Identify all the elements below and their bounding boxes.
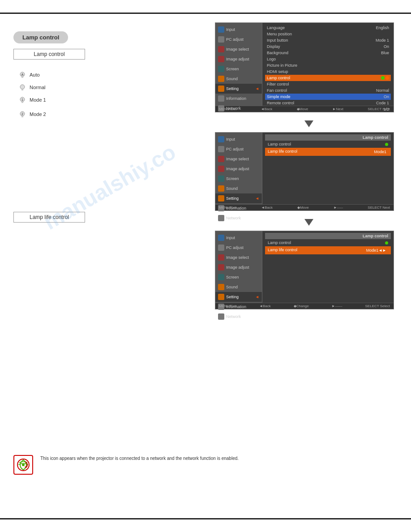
svg-marker-12 bbox=[304, 219, 313, 226]
sc1-row-fancontrol: Fan control Normal bbox=[265, 87, 391, 94]
sc2-menu-input: Input bbox=[215, 134, 262, 144]
sc2-menu-imageselect: Image select bbox=[215, 154, 262, 164]
sc3-menu-network: Network bbox=[215, 312, 262, 322]
sc3-dot-green bbox=[385, 241, 388, 245]
sc2-setting-icon bbox=[218, 195, 224, 202]
sc1-row-inputbutton: Input button Mode 1 bbox=[265, 37, 391, 43]
dot-green-sc1 bbox=[381, 76, 385, 80]
screenshot-2-inner: Input PC adjust Image select Image adjus… bbox=[215, 133, 394, 204]
sc1-row-logo: Logo bbox=[265, 56, 391, 62]
svg-rect-6 bbox=[21, 102, 23, 103]
svg-text:2: 2 bbox=[21, 112, 23, 116]
sc1-menu-pcadjust: PC adjust bbox=[215, 34, 262, 44]
sc1-pcadjust-icon bbox=[218, 36, 224, 43]
sc2-setting-arrow: ◄ bbox=[255, 196, 259, 201]
lamp-mode2-label: Mode 2 bbox=[30, 112, 46, 117]
lamp-control-mode-box: Lamp control bbox=[13, 49, 85, 60]
sc3-menu-input: Input bbox=[215, 233, 262, 243]
sc3-network-icon bbox=[218, 313, 224, 320]
sc1-row-language: Language English bbox=[265, 25, 391, 31]
sc2-menu-sound: Sound bbox=[215, 184, 262, 193]
sc3-menu-screen: Screen bbox=[215, 272, 262, 282]
sc1-row-hdmi: HDMI setup bbox=[265, 69, 391, 75]
sc2-input-icon bbox=[218, 136, 224, 142]
sc3-imageadjust-icon bbox=[218, 264, 224, 270]
sc1-menu-imageadjust: Image adjust bbox=[215, 54, 262, 64]
sc2-content: Lamp control Lamp control Lamp life cont… bbox=[262, 133, 394, 204]
svg-marker-11 bbox=[304, 120, 313, 127]
left-column: Lamp control Lamp control A Auto Normal bbox=[13, 31, 125, 226]
sc3-lamplife-row: Lamp life control Mode1◄► bbox=[265, 246, 391, 254]
top-border bbox=[0, 13, 411, 14]
sc1-menu-screen: Screen bbox=[215, 64, 262, 74]
svg-text:A: A bbox=[21, 73, 24, 76]
sc1-menu-sound: Sound bbox=[215, 74, 262, 84]
sc2-imageadjust-icon bbox=[218, 166, 224, 172]
screenshot-1: Input PC adjust Image select Image adjus… bbox=[215, 22, 394, 112]
bottom-section: This icon appears when the projector is … bbox=[13, 450, 407, 478]
screenshot-2: Input PC adjust Image select Image adjus… bbox=[215, 132, 394, 211]
lamp-control-pill: Lamp control bbox=[13, 31, 68, 43]
sc1-row-menuposition: Menu position bbox=[265, 31, 391, 37]
sc3-mode1c-val: Mode1◄► bbox=[364, 248, 388, 253]
lamp-normal-label: Normal bbox=[30, 85, 45, 90]
sc2-menu-pcadjust: PC adjust bbox=[215, 144, 262, 154]
sc1-setting-arrow: ◄ bbox=[255, 86, 259, 91]
sc1-row-background: Background Blue bbox=[265, 50, 391, 56]
sc1-row-lampcontrol: Lamp control bbox=[265, 75, 391, 81]
sc2-dot-green bbox=[385, 143, 388, 146]
sc1-content: Language English Menu position Input but… bbox=[262, 23, 394, 106]
bottom-description: This icon appears when the projector is … bbox=[40, 455, 239, 462]
lamp-life-box: Lamp life control bbox=[13, 212, 85, 223]
sc2-menu-network: Network bbox=[215, 213, 262, 223]
sc3-menu: Input PC adjust Image select Image adjus… bbox=[215, 231, 262, 303]
svg-rect-1 bbox=[21, 77, 23, 78]
sc1-screen-icon bbox=[218, 66, 224, 72]
sc3-menu-imageselect: Image select bbox=[215, 253, 262, 262]
sc1-row-filtercontrol: Filter control bbox=[265, 81, 391, 87]
sc3-panel-header: Lamp control bbox=[265, 233, 391, 239]
screenshot-1-inner: Input PC adjust Image select Image adjus… bbox=[215, 23, 394, 106]
lamp-icon-mode1: 1 Mode 1 bbox=[18, 95, 125, 104]
sc2-imageselect-icon bbox=[218, 156, 224, 162]
lamp-auto-icon: A bbox=[18, 70, 27, 79]
sc1-row-pip: Picture in Picture bbox=[265, 62, 391, 69]
sc1-imageselect-icon bbox=[218, 46, 224, 52]
dot-orange-sc1 bbox=[385, 76, 389, 80]
sc3-sound-icon bbox=[218, 284, 224, 290]
arrow-down-1 bbox=[215, 116, 403, 129]
sc1-menu: Input PC adjust Image select Image adjus… bbox=[215, 23, 262, 106]
sc3-imageselect-icon bbox=[218, 254, 224, 261]
lamp-auto-label: Auto bbox=[30, 72, 40, 77]
sc1-menu-setting: Setting ◄ bbox=[215, 84, 262, 94]
sc2-pcadjust-icon bbox=[218, 146, 224, 152]
sc2-lampcontrol-row: Lamp control bbox=[265, 141, 391, 148]
sc1-row-simplemode: Simple mode On bbox=[265, 94, 391, 100]
sc3-content: Lamp control Lamp control Lamp life cont… bbox=[262, 231, 394, 303]
sc3-setting-icon bbox=[218, 294, 224, 300]
sc1-sound-icon bbox=[218, 76, 224, 82]
sc3-setting-arrow: ◄ bbox=[255, 295, 259, 299]
sc1-row-display: Display On bbox=[265, 43, 391, 50]
sc2-menu-screen: Screen bbox=[215, 174, 262, 184]
sc2-sound-icon bbox=[218, 185, 224, 192]
sc3-menu-pcadjust: PC adjust bbox=[215, 243, 262, 253]
sc2-panel-header: Lamp control bbox=[265, 134, 391, 141]
lamp-normal-icon bbox=[18, 83, 27, 92]
lamp-mode2-icon: 2 bbox=[18, 110, 27, 119]
sc3-menu-setting: Setting ◄ bbox=[215, 292, 262, 302]
svg-point-14 bbox=[22, 463, 25, 466]
sc2-menu-setting: Setting ◄ bbox=[215, 193, 262, 203]
network-icon bbox=[17, 458, 30, 472]
sc2-screen-icon bbox=[218, 176, 224, 182]
svg-rect-9 bbox=[21, 116, 23, 117]
network-icon-box bbox=[13, 455, 33, 475]
screenshot-3-inner: Input PC adjust Image select Image adjus… bbox=[215, 231, 394, 303]
lamp-mode1-label: Mode 1 bbox=[30, 97, 46, 103]
svg-text:1: 1 bbox=[21, 98, 23, 101]
svg-point-3 bbox=[20, 85, 25, 89]
svg-rect-4 bbox=[21, 89, 23, 90]
lamp-icons-group: A Auto Normal 1 Mode 1 2 bbox=[18, 70, 125, 119]
sc3-pcadjust-icon bbox=[218, 245, 224, 251]
lamp-icon-mode2: 2 Mode 2 bbox=[18, 110, 125, 119]
